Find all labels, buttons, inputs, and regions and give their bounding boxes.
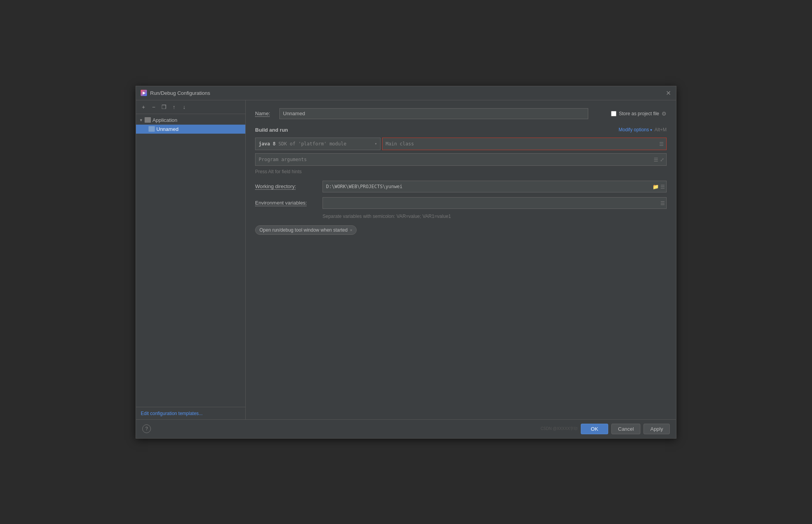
build-run-section-header: Build and run Modify options ▾ Alt+M	[255, 127, 667, 133]
program-args-expand-icon[interactable]: ⤢	[660, 156, 664, 162]
sdk-select[interactable]: java 8 SDK of 'platform' module ▾	[255, 138, 381, 150]
store-project-row: Store as project file ⚙	[588, 111, 667, 117]
modify-options-shortcut: Alt+M	[654, 127, 667, 132]
store-project-checkbox[interactable]	[611, 111, 616, 116]
separator-hint: Separate variables with semicolon: VAR=v…	[255, 214, 667, 219]
main-content: Name: Store as project file ⚙ Build and …	[246, 100, 676, 419]
title-bar-left: ▶ Run/Debug Configurations	[141, 90, 210, 96]
program-args-edit-icon[interactable]: ☰	[654, 156, 658, 162]
working-directory-label: Working directory:	[255, 183, 318, 189]
working-directory-input[interactable]	[323, 181, 667, 192]
tree-group-application: ▼ Application Unnamed	[136, 116, 245, 134]
store-project-label: Store as project file	[619, 111, 659, 116]
build-run-row: java 8 SDK of 'platform' module ▾ ☰	[255, 138, 667, 150]
working-directory-folder-icon[interactable]: 📁	[652, 183, 659, 189]
name-row: Name:	[255, 108, 588, 119]
tree-arrow-icon: ▼	[139, 118, 143, 122]
tree-item-label: Unnamed	[156, 126, 178, 132]
working-directory-edit-icon[interactable]: ☰	[660, 183, 665, 189]
watermark: CSDN @XXXXX字印	[540, 426, 578, 432]
program-args-icons: ☰ ⤢	[654, 156, 664, 162]
tag-chip-close-button[interactable]: ×	[350, 228, 352, 232]
edit-templates-link[interactable]: Edit configuration templates...	[141, 411, 203, 416]
env-variables-icons: ☰	[660, 200, 665, 206]
program-args-input[interactable]	[255, 153, 667, 166]
add-config-button[interactable]: +	[139, 103, 148, 111]
env-variables-edit-icon[interactable]: ☰	[660, 200, 665, 206]
tree-group-label: Application	[152, 117, 178, 123]
main-class-input-wrapper: ☰	[382, 138, 667, 150]
store-project-gear-icon[interactable]: ⚙	[662, 111, 667, 117]
env-variables-row: Environment variables: ☰	[255, 197, 667, 209]
remove-config-button[interactable]: −	[149, 103, 158, 111]
env-variables-input[interactable]	[323, 197, 667, 209]
program-args-wrapper: ☰ ⤢	[255, 153, 667, 166]
sidebar-footer: Edit configuration templates...	[136, 407, 245, 419]
dialog-footer: ? CSDN @XXXXX字印 OK Cancel Apply	[136, 419, 676, 438]
modify-options-area: Modify options ▾ Alt+M	[619, 127, 667, 132]
move-config-down-button[interactable]: ↓	[180, 103, 188, 111]
folder-icon	[145, 117, 151, 123]
sidebar-toolbar: + − ❐ ↑ ↓	[136, 100, 245, 114]
tree-group-header-application[interactable]: ▼ Application	[136, 116, 245, 125]
dialog-title: Run/Debug Configurations	[150, 90, 210, 96]
name-label: Name:	[255, 111, 275, 116]
footer-left: ?	[142, 424, 151, 433]
config-tree: ▼ Application Unnamed	[136, 114, 245, 407]
help-button[interactable]: ?	[142, 424, 151, 433]
working-directory-input-wrapper: 📁 ☰	[323, 181, 667, 192]
working-directory-row: Working directory: 📁 ☰	[255, 181, 667, 192]
tags-area: Open run/debug tool window when started …	[255, 225, 667, 235]
sdk-select-arrow-icon: ▾	[375, 141, 377, 146]
build-run-title: Build and run	[255, 127, 288, 133]
modify-options-arrow-icon: ▾	[650, 128, 652, 132]
sdk-select-text: java 8 SDK of 'platform' module	[259, 141, 346, 147]
cancel-button[interactable]: Cancel	[611, 424, 640, 434]
copy-config-button[interactable]: ❐	[160, 103, 168, 111]
modify-options-button[interactable]: Modify options ▾	[619, 127, 652, 132]
env-variables-input-wrapper: ☰	[323, 197, 667, 209]
app-icon: ▶	[141, 90, 147, 96]
apply-button[interactable]: Apply	[643, 424, 670, 434]
footer-right: CSDN @XXXXX字印 OK Cancel Apply	[540, 424, 670, 434]
name-input[interactable]	[279, 108, 588, 119]
dialog-body: + − ❐ ↑ ↓ ▼ Application Unnamed	[136, 100, 676, 419]
title-bar: ▶ Run/Debug Configurations ✕	[136, 86, 676, 100]
tag-chip-label: Open run/debug tool window when started	[259, 227, 348, 233]
env-variables-label: Environment variables:	[255, 200, 318, 206]
name-row-wrapper: Name: Store as project file ⚙	[255, 108, 667, 119]
close-button[interactable]: ✕	[665, 90, 671, 96]
main-class-input[interactable]	[382, 138, 666, 150]
hint-text: Press Alt for field hints	[255, 169, 667, 174]
main-class-browse-icon[interactable]: ☰	[659, 141, 664, 147]
sidebar: + − ❐ ↑ ↓ ▼ Application Unnamed	[136, 100, 246, 419]
working-directory-icons: 📁 ☰	[652, 183, 665, 189]
run-debug-dialog: ▶ Run/Debug Configurations ✕ + − ❐ ↑ ↓ ▼…	[136, 86, 676, 439]
tag-chip-open-window: Open run/debug tool window when started …	[255, 225, 357, 235]
ok-button[interactable]: OK	[581, 424, 608, 434]
move-config-up-button[interactable]: ↑	[170, 103, 178, 111]
config-item-icon	[149, 126, 155, 132]
tree-item-unnamed[interactable]: Unnamed	[136, 125, 245, 134]
modify-options-label: Modify options	[619, 127, 649, 132]
